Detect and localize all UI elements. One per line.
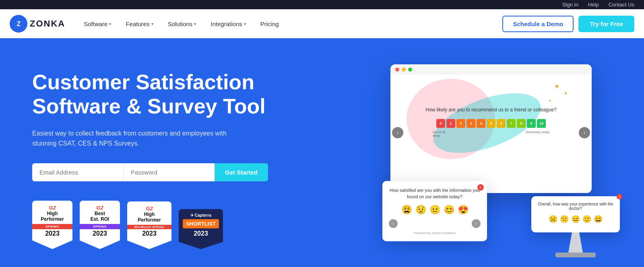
star-icon: ★ bbox=[549, 99, 551, 103]
kiosk-rating: ☹️ 😕 😐 🙂 😄 bbox=[537, 215, 614, 224]
badge-season: SPRING bbox=[80, 224, 120, 229]
kiosk-survey-card: 1 Overall, how was your experience with … bbox=[531, 196, 620, 257]
kiosk-question: Overall, how was your experience with th… bbox=[537, 202, 614, 211]
hero-form: Get Started bbox=[32, 163, 258, 181]
badge-year: 2023 bbox=[36, 230, 68, 237]
chevron-down-icon: ▾ bbox=[109, 22, 111, 26]
g2-icon: G2 bbox=[84, 205, 116, 211]
svg-text:Z: Z bbox=[17, 21, 21, 27]
close-icon[interactable]: × bbox=[477, 184, 484, 191]
maximize-dot bbox=[408, 68, 412, 72]
capterra-icon: ✈ Capterra bbox=[183, 213, 219, 218]
help-link[interactable]: Help bbox=[588, 2, 599, 8]
dots-decoration bbox=[394, 83, 423, 90]
contact-us-link[interactable]: Contact Us bbox=[609, 2, 634, 8]
kiosk-base bbox=[555, 253, 596, 257]
badge-year: 2023 bbox=[84, 230, 116, 237]
badge-title: HighPerformer bbox=[131, 212, 167, 223]
password-field[interactable] bbox=[123, 163, 215, 181]
notification-badge: 1 bbox=[617, 194, 622, 199]
navbar: Z ZONKA Software ▾ Features ▾ Solutions … bbox=[0, 9, 644, 38]
sign-in-link[interactable]: Sign in bbox=[562, 2, 578, 8]
nps-scale: 0 1 2 3 4 5 6 7 8 9 10 bbox=[436, 119, 546, 128]
badge-high-performer-midmarket: G2 HighPerformer Mid-Market SPRING 2023 bbox=[127, 201, 171, 249]
card-titlebar bbox=[390, 64, 592, 75]
logo-text: ZONKA bbox=[30, 18, 65, 29]
mockup-container: ★ ★ ★ How likely are you to recommend us… bbox=[382, 64, 616, 257]
get-started-button[interactable]: Get Started bbox=[215, 163, 268, 181]
badge-high-performer: G2 HighPerformer SPRING 2023 bbox=[32, 201, 72, 249]
nps-question: How likely are you to recommend us to a … bbox=[425, 107, 557, 113]
csat-nav: ‹ › bbox=[389, 219, 481, 228]
close-dot bbox=[395, 68, 399, 72]
nps-survey-card: ★ ★ ★ How likely are you to recommend us… bbox=[390, 64, 592, 193]
kiosk-stand bbox=[564, 232, 588, 253]
prev-button[interactable]: ‹ bbox=[389, 219, 398, 228]
chevron-down-icon: ▾ bbox=[244, 22, 246, 26]
star-icon: ★ bbox=[554, 83, 559, 89]
badge-year: 2023 bbox=[131, 230, 167, 237]
email-field[interactable] bbox=[32, 163, 123, 181]
minimize-dot bbox=[402, 68, 406, 72]
card-body: ★ ★ ★ How likely are you to recommend us… bbox=[390, 75, 592, 191]
badge-title: BestEst. ROI bbox=[84, 211, 116, 222]
logo-icon: Z bbox=[10, 15, 27, 33]
capterra-label: SHORTLIST bbox=[183, 219, 219, 228]
nps-labels: Not at alllikely Extremely Likely bbox=[433, 130, 549, 138]
next-button[interactable]: › bbox=[472, 219, 481, 228]
hero-left: Customer SatisfactionSoftware & Survey T… bbox=[0, 38, 354, 267]
nav-links: Software ▾ Features ▾ Solutions ▾ Integr… bbox=[78, 17, 502, 31]
nav-software[interactable]: Software ▾ bbox=[78, 17, 117, 31]
csat-question: How satisfied are you with the informati… bbox=[389, 187, 481, 200]
chevron-down-icon: ▾ bbox=[151, 22, 153, 26]
nav-actions: Schedule a Demo Try for Free bbox=[502, 16, 634, 32]
kiosk-screen: 1 Overall, how was your experience with … bbox=[531, 196, 620, 232]
badge-capterra: ✈ Capterra SHORTLIST 2023 bbox=[179, 209, 223, 249]
badges-row: G2 HighPerformer SPRING 2023 G2 BestEst.… bbox=[32, 201, 330, 249]
nav-pricing[interactable]: Pricing bbox=[255, 17, 285, 31]
badge-year: 2023 bbox=[183, 230, 219, 237]
g2-icon: G2 bbox=[36, 205, 68, 211]
nav-features[interactable]: Features ▾ bbox=[120, 17, 159, 31]
schedule-demo-button[interactable]: Schedule a Demo bbox=[502, 16, 574, 32]
hero-section: Customer SatisfactionSoftware & Survey T… bbox=[0, 38, 644, 267]
star-icon: ★ bbox=[564, 91, 568, 95]
try-free-button[interactable]: Try for Free bbox=[578, 16, 634, 32]
badge-best-roi: G2 BestEst. ROI SPRING 2023 bbox=[80, 201, 120, 249]
hero-subtitle: Easiest way to collect feedback from cus… bbox=[32, 128, 250, 149]
g2-icon: G2 bbox=[131, 205, 167, 212]
badge-season: SPRING bbox=[32, 224, 72, 229]
powered-by: Powered By Zonka Feedback bbox=[389, 231, 481, 235]
badge-season: Mid-Market SPRING bbox=[127, 225, 171, 229]
csat-survey-card: × How satisfied are you with the informa… bbox=[382, 181, 487, 241]
badge-title: HighPerformer bbox=[36, 211, 68, 222]
top-bar: Sign in Help Contact Us bbox=[0, 0, 644, 9]
prev-button[interactable]: ‹ bbox=[392, 127, 403, 138]
csat-emojis: 😩 😟 😐 😊 😍 bbox=[389, 205, 481, 215]
nav-solutions[interactable]: Solutions ▾ bbox=[162, 17, 202, 31]
logo[interactable]: Z ZONKA bbox=[10, 15, 65, 33]
nav-integrations[interactable]: Integrations ▾ bbox=[205, 17, 251, 31]
hero-title: Customer SatisfactionSoftware & Survey T… bbox=[32, 70, 330, 119]
next-button[interactable]: › bbox=[579, 127, 590, 138]
hero-right: ★ ★ ★ How likely are you to recommend us… bbox=[354, 38, 644, 267]
chevron-down-icon: ▾ bbox=[194, 22, 196, 26]
